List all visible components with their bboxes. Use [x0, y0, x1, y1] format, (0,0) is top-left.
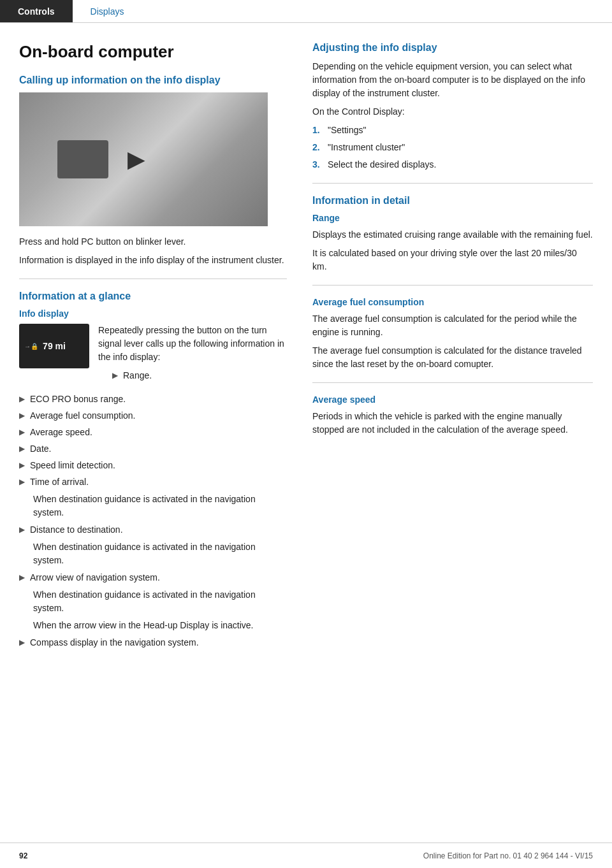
page-header: Controls Displays — [0, 0, 612, 23]
info-display-body: Repeatedly pressing the button on the tu… — [98, 324, 287, 364]
avg-speed-body-1: Periods in which the vehicle is parked w… — [312, 410, 593, 437]
body-press-hold: Press and hold PC button on blinker leve… — [19, 235, 287, 249]
subsection-avg-fuel: Average fuel consumption — [312, 297, 593, 307]
section-calling-up-heading: Calling up information on the info displ… — [19, 75, 287, 86]
adjusting-body-2: On the Control Display: — [312, 105, 593, 119]
subsection-range: Range — [312, 213, 593, 223]
list-item-eco-pro: ▶ ECO PRO bonus range. — [19, 393, 287, 406]
distance-sub: When destination guidance is activated i… — [33, 540, 287, 567]
numbered-item-instrument-cluster: 2. "Instrument cluster" — [312, 141, 593, 154]
bullet-arrow-icon: ▶ — [19, 476, 25, 488]
info-display-image — [19, 92, 268, 226]
arrow-bullet-list: ▶ Arrow view of navigation system. — [19, 571, 287, 584]
list-item-speed-limit: ▶ Speed limit detection. — [19, 459, 287, 472]
list-item-avg-speed: ▶ Average speed. — [19, 426, 287, 439]
info-display-description: Repeatedly pressing the button on the tu… — [98, 324, 287, 386]
page-footer: 92 Online Edition for Part no. 01 40 2 9… — [0, 843, 612, 868]
page-number: 92 — [19, 851, 27, 860]
arrow-sub-2: When the arrow view in the Head-up Displ… — [33, 619, 287, 632]
numbered-item-select: 3. Select the desired displays. — [312, 158, 593, 171]
left-column: On-board computer Calling up information… — [19, 42, 287, 653]
right-column: Adjusting the info display Depending on … — [312, 42, 593, 653]
bullet-arrow-icon: ▶ — [19, 410, 25, 421]
tab-controls[interactable]: Controls — [0, 0, 73, 22]
list-item-distance: ▶ Distance to destination. — [19, 523, 287, 537]
info-display-box: →🔒 79 mi — [19, 324, 89, 368]
bullet-arrow-icon: ▶ — [19, 637, 25, 648]
divider-right-1 — [312, 183, 593, 184]
list-item-avg-fuel: ▶ Average fuel consumption. — [19, 409, 287, 423]
avg-fuel-body-2: The average fuel consumption is calculat… — [312, 344, 593, 371]
bullet-arrow-icon: ▶ — [19, 426, 25, 438]
adjusting-numbered-list: 1. "Settings" 2. "Instrument cluster" 3.… — [312, 124, 593, 171]
arrow-sub-1: When destination guidance is activated i… — [33, 588, 287, 615]
list-item-arrow-view: ▶ Arrow view of navigation system. — [19, 571, 287, 584]
section-info-at-glance: Information at a glance — [19, 291, 287, 302]
divider-1 — [19, 278, 287, 279]
range-body-1: Displays the estimated cruising range av… — [312, 228, 593, 242]
numbered-item-settings: 1. "Settings" — [312, 124, 593, 137]
bullet-arrow-icon: ▶ — [112, 370, 118, 381]
compass-bullet-list: ▶ Compass display in the navigation syst… — [19, 636, 287, 649]
arrow-lock-icon: →🔒 — [24, 343, 38, 350]
adjusting-body-1: Depending on the vehicle equipment versi… — [312, 60, 593, 100]
info-display-row: →🔒 79 mi Repeatedly pressing the button … — [19, 324, 287, 386]
main-content: On-board computer Calling up information… — [0, 23, 612, 691]
subsection-info-display: Info display — [19, 308, 287, 319]
body-info-displayed: Information is displayed in the info dis… — [19, 254, 287, 267]
edition-text: Online Edition for Part no. 01 40 2 964 … — [423, 851, 593, 860]
tab-controls-label: Controls — [18, 6, 55, 17]
tab-displays[interactable]: Displays — [73, 0, 142, 22]
divider-right-2 — [312, 285, 593, 286]
bullet-arrow-icon: ▶ — [19, 524, 25, 535]
mileage-text: 79 mi — [43, 341, 66, 351]
list-item-compass: ▶ Compass display in the navigation syst… — [19, 636, 287, 649]
section-adjusting-heading: Adjusting the info display — [312, 42, 593, 54]
section-info-detail: Information in detail — [312, 195, 593, 206]
tab-displays-label: Displays — [91, 6, 124, 17]
avg-fuel-body-1: The average fuel consumption is calculat… — [312, 312, 593, 339]
range-bullet-list: ▶ Range. — [112, 369, 287, 382]
bullet-arrow-icon: ▶ — [19, 443, 25, 454]
range-body-2: It is calculated based on your driving s… — [312, 247, 593, 273]
bullet-arrow-icon: ▶ — [19, 459, 25, 471]
main-bullet-list: ▶ ECO PRO bonus range. ▶ Average fuel co… — [19, 393, 287, 489]
list-item-time-arrival: ▶ Time of arrival. — [19, 475, 287, 489]
divider-right-3 — [312, 382, 593, 383]
bullet-arrow-icon: ▶ — [19, 393, 25, 405]
distance-bullet-list: ▶ Distance to destination. — [19, 523, 287, 537]
time-arrival-sub: When destination guidance is activated i… — [33, 493, 287, 519]
bullet-arrow-icon: ▶ — [19, 572, 25, 583]
page-title: On-board computer — [19, 42, 287, 62]
list-item-range: ▶ Range. — [112, 369, 287, 382]
subsection-avg-speed: Average speed — [312, 394, 593, 405]
list-item-date: ▶ Date. — [19, 442, 287, 456]
